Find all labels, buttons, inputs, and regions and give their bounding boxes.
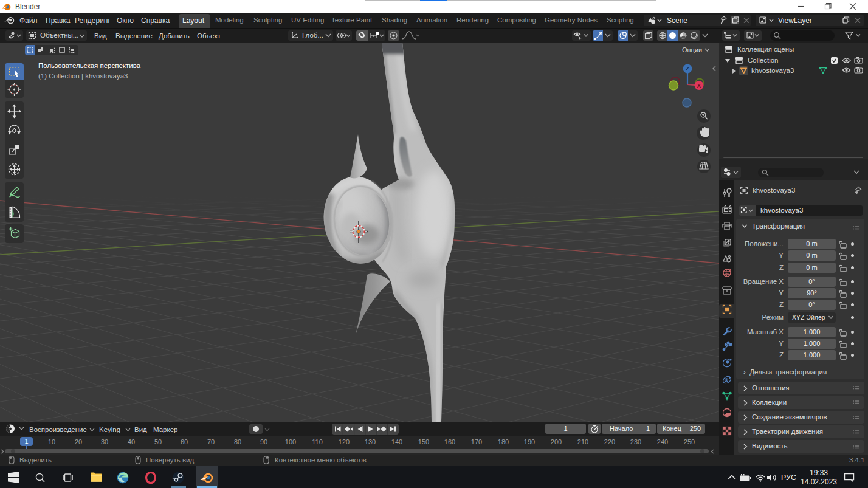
svg-text:X: X	[697, 82, 701, 89]
svg-text:Z: Z	[686, 65, 689, 72]
